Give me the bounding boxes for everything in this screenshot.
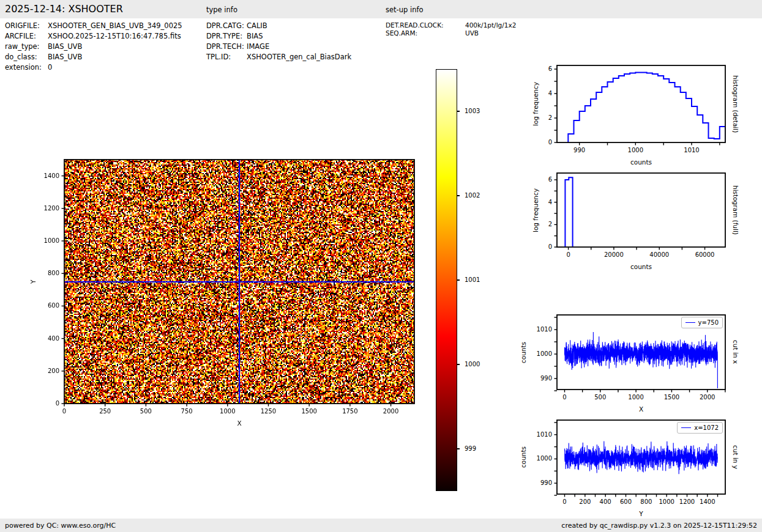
colorbar-tick-label: 1002 bbox=[465, 192, 480, 199]
type-info-row: DPR.CATG:CALIB bbox=[206, 21, 351, 31]
type-info-row: TPL.ID:XSHOOTER_gen_cal_BiasDark bbox=[206, 52, 351, 62]
x-axis-label: Y bbox=[557, 510, 725, 517]
axes-frame bbox=[557, 65, 725, 142]
colorbar-tick bbox=[457, 364, 460, 365]
hist-detail-data bbox=[568, 73, 725, 142]
x-tick-label: 1400 bbox=[692, 498, 723, 506]
setup-info-row: DET.READ.CLOCK:400k/1pt/lg/1x2 bbox=[386, 21, 516, 29]
file-info-row: extension:0 bbox=[5, 62, 182, 73]
field-value: XSHOOTER_GEN_BIAS_UVB_349_0025 bbox=[48, 21, 182, 30]
colorbar-tick bbox=[457, 195, 460, 196]
type-info-row: DPR.TECH:IMAGE bbox=[206, 42, 351, 52]
y-tick-label: 1010 bbox=[525, 326, 552, 333]
right-axis-label: histogram (full) bbox=[731, 173, 739, 247]
colorbar-tick bbox=[457, 279, 460, 281]
field-value: BIAS_UVB bbox=[48, 42, 82, 51]
file-info-row: do_class:BIAS_UVB bbox=[5, 52, 182, 62]
x-tick-label: 1010 bbox=[676, 147, 707, 154]
x-axis-label: counts bbox=[557, 158, 725, 166]
right-axis-label: histogram (detail) bbox=[731, 65, 739, 142]
field-label: ORIGFILE: bbox=[5, 21, 48, 31]
x-tick-label: 2000 bbox=[376, 408, 406, 415]
field-label: ARCFILE: bbox=[5, 31, 48, 42]
colorbar-tick-label: 1001 bbox=[465, 276, 480, 284]
field-value: 0 bbox=[48, 63, 52, 72]
cut-x-data bbox=[564, 332, 717, 388]
setup-info-heading: set-up info bbox=[386, 6, 424, 14]
cut-line bbox=[564, 332, 717, 388]
x-tick-label: 20000 bbox=[599, 251, 629, 259]
qc-report-page: 2025-12-14: XSHOOTER type info set-up in… bbox=[0, 0, 762, 532]
page-title: 2025-12-14: XSHOOTER bbox=[5, 3, 123, 15]
field-value: XSHOO.2025-12-15T10:16:47.785.fits bbox=[48, 32, 181, 40]
hist-full-data bbox=[565, 177, 572, 247]
type-info-block: DPR.CATG:CALIB DPR.TYPE:BIAS DPR.TECH:IM… bbox=[206, 21, 351, 62]
y-tick-label: 990 bbox=[525, 479, 552, 487]
header-bar: 2025-12-14: XSHOOTER type info set-up in… bbox=[0, 0, 762, 18]
field-value: CALIB bbox=[247, 21, 267, 30]
right-axis-label: cut in x bbox=[731, 315, 739, 390]
colorbar bbox=[436, 69, 457, 491]
colorbar-tick bbox=[457, 111, 460, 112]
field-value: UVB bbox=[465, 29, 479, 37]
field-value: IMAGE bbox=[247, 42, 269, 51]
legend-line-sample bbox=[685, 322, 695, 323]
x-tick-label: 750 bbox=[171, 408, 202, 415]
field-label: do_class: bbox=[5, 52, 48, 62]
y-axis-label: counts bbox=[520, 420, 528, 494]
y-tick-label: 1010 bbox=[525, 431, 552, 438]
x-axis-label: counts bbox=[557, 263, 725, 270]
x-tick-label: 40000 bbox=[644, 251, 674, 259]
x-tick-label: 1500 bbox=[294, 408, 324, 415]
x-tick-label: 500 bbox=[130, 408, 161, 415]
y-axis-label: log frequency bbox=[532, 65, 540, 142]
y-tick-label: 990 bbox=[525, 375, 552, 382]
footer-left-text: powered by QC: www.eso.org/HC bbox=[5, 522, 116, 530]
x-tick-label: 990 bbox=[564, 147, 595, 154]
x-axis-label: X bbox=[64, 419, 414, 427]
colorbar-tick-label: 1003 bbox=[465, 108, 480, 115]
x-tick-label: 1500 bbox=[656, 394, 687, 401]
file-info-row: raw_type:BIAS_UVB bbox=[5, 42, 182, 52]
x-tick-label: 500 bbox=[585, 394, 616, 401]
y-axis-label: Y bbox=[29, 160, 38, 404]
x-tick-label: 2000 bbox=[692, 394, 723, 401]
y-tick-label: 1000 bbox=[525, 350, 552, 358]
x-tick-label: 1000 bbox=[212, 408, 243, 415]
x-axis-label: X bbox=[557, 405, 725, 413]
field-value: BIAS_UVB bbox=[48, 53, 82, 61]
field-label: DPR.CATG: bbox=[206, 21, 247, 31]
setup-info-block: DET.READ.CLOCK:400k/1pt/lg/1x2 SEQ.ARM:U… bbox=[386, 21, 516, 37]
legend-label: x=1072 bbox=[694, 424, 719, 431]
right-axis-label: cut in y bbox=[731, 420, 739, 494]
hist-detail-plot bbox=[551, 59, 731, 149]
footer-bar: powered by QC: www.eso.org/HC created by… bbox=[0, 519, 762, 532]
axes-frame bbox=[64, 160, 414, 404]
x-tick-label: 0 bbox=[49, 408, 80, 415]
colorbar-tick-label: 999 bbox=[465, 445, 476, 453]
file-info-block: ORIGFILE:XSHOOTER_GEN_BIAS_UVB_349_0025 … bbox=[5, 21, 182, 73]
type-info-heading: type info bbox=[206, 6, 237, 14]
field-value: 400k/1pt/lg/1x2 bbox=[465, 21, 516, 29]
colorbar-tick bbox=[457, 448, 460, 449]
y-tick-label: 1000 bbox=[525, 455, 552, 462]
file-info-row: ARCFILE:XSHOO.2025-12-15T10:16:47.785.fi… bbox=[5, 31, 182, 42]
legend-line-sample bbox=[681, 427, 691, 428]
x-tick-label: 1000 bbox=[620, 147, 651, 154]
x-tick-label: 60000 bbox=[690, 251, 720, 259]
field-value: BIAS bbox=[247, 32, 263, 40]
x-tick-label: 0 bbox=[553, 251, 584, 259]
main-image-plot bbox=[58, 153, 420, 410]
cut-line bbox=[565, 441, 718, 474]
legend: x=1072 bbox=[677, 422, 723, 434]
y-axis-label: log frequency bbox=[532, 173, 540, 247]
field-value: XSHOOTER_gen_cal_BiasDark bbox=[247, 53, 351, 61]
y-axis-label: counts bbox=[520, 315, 528, 390]
field-label: DET.READ.CLOCK: bbox=[386, 21, 465, 29]
cut-y-data bbox=[565, 441, 718, 474]
file-info-row: ORIGFILE:XSHOOTER_GEN_BIAS_UVB_349_0025 bbox=[5, 21, 182, 31]
legend: y=750 bbox=[681, 317, 723, 328]
axes-frame bbox=[557, 173, 725, 247]
footer-right-text: created by qc_rawdisp.py v1.2.3 on 2025-… bbox=[561, 522, 757, 530]
x-tick-label: 0 bbox=[549, 394, 580, 401]
